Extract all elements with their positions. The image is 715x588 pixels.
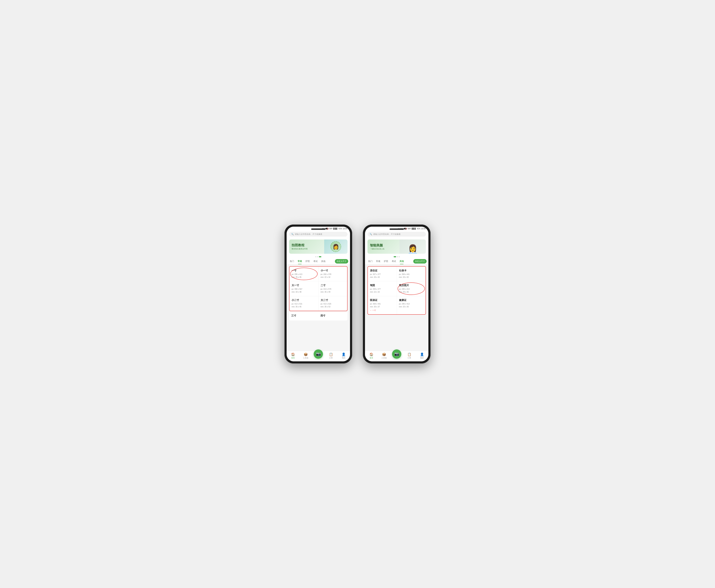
banner-area-2: 智能美颜 一键换正装全新上线 👩‍💼 [365, 238, 428, 255]
extra-item-1-sancun[interactable]: 三寸 [289, 312, 318, 320]
banner-subtitle-1: 教你拍出最美证件照 [291, 248, 322, 250]
search-input-1[interactable]: 🔍 请输入证件照名称、尺寸或像素 [289, 232, 348, 237]
nav-my-1[interactable]: 👤 我的 [338, 353, 350, 359]
item-px-1-5: px: 413 x 531 [291, 302, 316, 306]
tab-custom-1[interactable]: 自定义尺寸 [335, 259, 348, 264]
grid-item-2-juzhuzheng[interactable]: 居住证 px: 307 x 377 mm: 26 x 32 [368, 267, 397, 281]
banner-subtitle-2: 一键换正装全新上线 [370, 248, 397, 250]
dots-1 [287, 255, 350, 258]
grid-item-1-yicun[interactable]: 一寸 px: 295 x 413 mm: 25 x 35 [289, 267, 319, 281]
search-icon-1: 🔍 [291, 233, 294, 235]
extra-item-1-sicun[interactable]: 四寸 [318, 312, 348, 320]
banner-right-2: 👩‍💼 [399, 239, 426, 254]
item-extra-2-5: ← 一寸 [370, 309, 394, 312]
item-mm-2-3: mm: 22 x 32 [370, 291, 394, 293]
banner-left-2: 智能美颜 一键换正装全新上线 [367, 239, 399, 254]
extra-title-1-1: 三寸 [291, 314, 316, 317]
tab-passport-1[interactable]: 护照 [304, 258, 311, 264]
banner-title-2: 智能美颜 [370, 243, 397, 248]
wifi-icon-2: WiFi [408, 228, 411, 230]
phone-1: 0K/s 🔇 WiFi ▋▋▋ 41% 13:34 🔍 请输入证件照名称、尺寸或… [284, 225, 352, 363]
item-mm-1-5: mm: 35 x 45 [291, 306, 316, 308]
grid-item-2-jiashi[interactable]: 驾照 px: 259 x 377 mm: 22 x 32 [368, 281, 397, 296]
tab-regular-2[interactable]: 常规 [375, 258, 382, 264]
bottom-nav-1: 🏠 首页 📦 工具箱 📷 📋 订单 👤 我的 [287, 351, 350, 361]
network-speed-1: 0K/s [322, 228, 326, 230]
grid-item-2-jianli[interactable]: 简历照片 px: 295 x 413 mm: 25 x 35 [397, 281, 426, 296]
item-px-1-1: px: 295 x 413 [291, 273, 316, 276]
item-title-2-2: 社保卡 [399, 269, 424, 272]
nav-camera-1[interactable]: 📷 [312, 353, 325, 359]
item-mm-1-6: mm: 35 x 53 [321, 306, 345, 308]
banner-right-1: 👩 [324, 239, 348, 254]
banner-1[interactable]: 拍照教程 教你拍出最美证件照 👩 [289, 239, 348, 254]
dot-2-1 [394, 256, 396, 257]
nav-orders-1[interactable]: 📋 订单 [325, 353, 338, 359]
content-2[interactable]: 居住证 px: 307 x 377 mm: 26 x 32 社保卡 px: 35… [365, 265, 428, 351]
nav-tools-1[interactable]: 📦 工具箱 [299, 353, 312, 359]
tab-other-2[interactable]: 其他 [398, 258, 405, 264]
tab-other-1[interactable]: 其他 [320, 258, 327, 264]
item-title-1-6: 大二寸 [321, 299, 345, 302]
grid-item-2-yibao[interactable]: 医保证 px: 358 x 441 mm: 30 x 37 ← 一寸 [368, 296, 397, 314]
grid-item-2-jiankang[interactable]: 健康证 px: 295 x 413 mm: 25 x 35 [397, 296, 426, 314]
grid-item-1-xiaoercun[interactable]: 小二寸 px: 413 x 531 mm: 35 x 45 [289, 296, 319, 311]
item-title-1-2: 小一寸 [321, 269, 345, 272]
tab-passport-2[interactable]: 护照 [383, 258, 390, 264]
item-mm-1-4: mm: 35 x 49 [321, 291, 345, 293]
nav-orders-2[interactable]: 📋 订单 [403, 353, 416, 359]
camera-icon-1[interactable]: 📷 [314, 350, 323, 359]
item-px-2-3: px: 259 x 377 [370, 288, 394, 291]
signal-icon-2: ▋▋▋ [412, 228, 416, 230]
item-px-2-2: px: 358 x 441 [399, 273, 424, 276]
time-1: 13:34 [343, 228, 347, 230]
tab-exam-1[interactable]: 考试 [312, 258, 319, 264]
item-title-1-5: 小二寸 [291, 299, 316, 302]
banner-left-1: 拍照教程 教你拍出最美证件照 [289, 239, 324, 254]
mute-icon-1: 🔇 [326, 228, 328, 230]
grid-item-1-dayicun[interactable]: 大一寸 px: 390 x 567 mm: 33 x 48 [289, 281, 319, 296]
banner-2[interactable]: 智能美颜 一键换正装全新上线 👩‍💼 [367, 239, 426, 254]
wifi-icon-1: WiFi [329, 228, 333, 230]
tab-custom-2[interactable]: 自定义尺寸 [413, 259, 427, 264]
home-icon-1: 🏠 [291, 353, 295, 356]
item-px-2-4: px: 295 x 413 [399, 288, 424, 291]
mute-icon-2: 🔇 [405, 228, 407, 230]
tools-icon-2: 📦 [382, 353, 386, 356]
search-icon-2: 🔍 [370, 233, 372, 235]
nav-camera-2[interactable]: 📷 [390, 353, 403, 359]
grid-item-2-shebao[interactable]: 社保卡 px: 358 x 441 mm: 26 x 32 [397, 267, 426, 281]
item-mm-1-1: mm: 25 x 35 [291, 276, 316, 279]
status-bar-2: 0.02K/s 🔇 WiFi ▋▋▋ 41% 13:34 [365, 227, 428, 230]
grid-item-1-ercun[interactable]: 二寸 px: 413 x 579 mm: 35 x 49 [319, 281, 347, 296]
nav-home-2[interactable]: 🏠 首页 [365, 353, 377, 359]
my-icon-2: 👤 [420, 353, 424, 356]
status-bar-1: 0K/s 🔇 WiFi ▋▋▋ 41% 13:34 [287, 227, 350, 230]
item-title-1-3: 大一寸 [291, 284, 316, 287]
camera-icon-2[interactable]: 📷 [392, 350, 401, 359]
item-px-1-4: px: 413 x 579 [321, 288, 345, 291]
nav-tools-2[interactable]: 📦 工具箱 [377, 353, 390, 359]
nav-home-1[interactable]: 🏠 首页 [287, 353, 299, 359]
banner-person-1: 👩 [329, 239, 342, 254]
extra-title-1-2: 四寸 [321, 314, 345, 317]
nav-my-label-1: 我的 [342, 357, 345, 359]
extra-items-1: 三寸 四寸 [289, 312, 348, 320]
tab-exam-2[interactable]: 考试 [390, 258, 397, 264]
search-placeholder-2: 请输入证件照名称、尺寸或像素 [373, 233, 400, 235]
battery-2: 41% [417, 228, 420, 230]
tabs-1: 热门 常规 护照 考试 其他 自定义尺寸 [287, 258, 350, 265]
home-icon-2: 🏠 [369, 353, 373, 356]
grid-item-1-daercun[interactable]: 大二寸 px: 413 x 625 mm: 35 x 53 [319, 296, 347, 311]
tab-regular-1[interactable]: 常规 [296, 258, 303, 264]
tab-hot-1[interactable]: 热门 [288, 258, 296, 264]
nav-tools-label-2: 工具箱 [382, 357, 387, 359]
item-px-1-6: px: 413 x 625 [321, 302, 345, 306]
nav-my-2[interactable]: 👤 我的 [416, 353, 428, 359]
dot-1-1 [315, 256, 316, 257]
content-1[interactable]: 一寸 px: 295 x 413 mm: 25 x 35 小一寸 px: 260… [287, 265, 350, 351]
tab-hot-2[interactable]: 热门 [367, 258, 374, 264]
grid-item-1-xiaoyicun[interactable]: 小一寸 px: 260 x 378 mm: 22 x 32 [319, 267, 347, 281]
item-title-2-4: 简历照片 [399, 284, 424, 287]
search-input-2[interactable]: 🔍 请输入证件照名称、尺寸或像素 [367, 232, 426, 237]
